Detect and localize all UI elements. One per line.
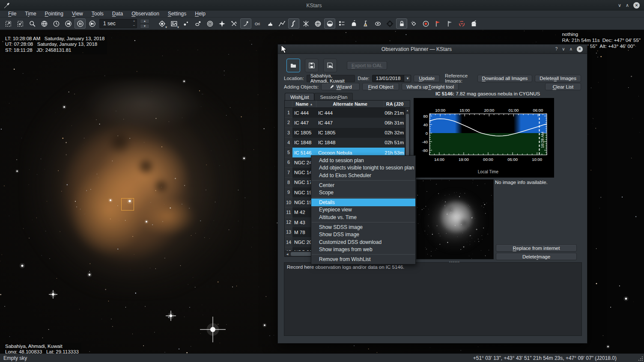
constellation-boundaries-icon[interactable] bbox=[288, 18, 299, 29]
observing-list-icon[interactable] bbox=[336, 18, 347, 29]
light-pollution-icon[interactable] bbox=[360, 18, 371, 29]
cell-alt[interactable]: IC 1848 bbox=[316, 138, 384, 148]
menu-observation[interactable]: Observation bbox=[128, 11, 163, 17]
cell-name[interactable]: IC 1805 bbox=[292, 128, 316, 138]
shade-icon[interactable]: ∨ bbox=[562, 47, 565, 51]
help-icon[interactable]: ? bbox=[555, 47, 558, 51]
maximize-icon[interactable]: ∧ bbox=[569, 47, 572, 51]
stars-icon[interactable] bbox=[180, 18, 191, 29]
close-icon[interactable]: × bbox=[633, 2, 640, 9]
cell-num[interactable]: 1 bbox=[285, 108, 292, 118]
table-row[interactable]: 4IC 1848IC 184802h 51m bbox=[285, 138, 410, 148]
dialog-titlebar[interactable]: Observation Planner — KStars ? ∨ ∧ × bbox=[278, 45, 587, 54]
constellation-art-icon[interactable] bbox=[264, 18, 275, 29]
resize-grip[interactable] bbox=[638, 356, 643, 361]
context-item-remove-from-wishlist[interactable]: Remove from WishList bbox=[311, 255, 415, 263]
cell-num[interactable]: 3 bbox=[285, 128, 292, 138]
find-object-button[interactable]: Find Object bbox=[362, 83, 399, 90]
cell-name[interactable]: IC 444 bbox=[292, 108, 316, 118]
cell-ra[interactable]: 02h 51m bbox=[384, 138, 405, 148]
galaxies-icon[interactable] bbox=[372, 18, 383, 29]
menu-time[interactable]: Time bbox=[21, 11, 40, 17]
context-item-scope[interactable]: Scope bbox=[311, 189, 415, 196]
download-all-images-button[interactable]: Download all Images bbox=[477, 75, 533, 82]
cell-alt[interactable]: IC 447 bbox=[316, 118, 384, 128]
context-item-center[interactable]: Center bbox=[311, 181, 415, 189]
time-step-spinbox[interactable]: 1 sec +− bbox=[99, 19, 137, 28]
pause-icon[interactable] bbox=[75, 18, 86, 29]
clear-list-button[interactable]: Clear List bbox=[545, 83, 581, 90]
cell-num[interactable]: 9 bbox=[285, 187, 292, 197]
table-row[interactable]: 2IC 447IC 44706h 31m bbox=[285, 118, 410, 128]
context-item-details[interactable]: Details bbox=[311, 199, 415, 206]
table-header[interactable]: Name ▲ Alternate Name RA (J20 bbox=[285, 101, 410, 108]
time-step-spin-buttons[interactable]: +− bbox=[131, 19, 137, 28]
set-time-icon[interactable] bbox=[51, 18, 62, 29]
menu-help[interactable]: Help bbox=[191, 11, 209, 17]
close-icon[interactable]: × bbox=[577, 46, 583, 52]
whats-up-tonight-button[interactable]: What's up Tonight tool bbox=[402, 83, 459, 90]
minimize-icon[interactable]: ∨ bbox=[618, 3, 621, 8]
context-item-add-to-session-plan[interactable]: Add to session plan bbox=[311, 157, 415, 164]
cell-name[interactable]: IC 447 bbox=[292, 118, 316, 128]
cell-name[interactable]: IC 1848 bbox=[292, 138, 316, 148]
cell-ra[interactable]: 06h 21m bbox=[384, 108, 405, 118]
cell-num[interactable]: 4 bbox=[285, 138, 292, 148]
bright-star-icon[interactable] bbox=[216, 18, 227, 29]
speed-up-button[interactable]: ▲ bbox=[140, 19, 149, 24]
context-item-add-objects-visible-tonight-to-session-plan[interactable]: Add objects visible tonight to session p… bbox=[311, 164, 415, 172]
do-not-disturb-icon[interactable] bbox=[456, 18, 467, 29]
wizard-button[interactable]: Wizard bbox=[321, 83, 360, 90]
delete-all-images-button[interactable]: Delete all Images bbox=[535, 75, 581, 82]
date-picker[interactable]: 13/01/2018 ▼ bbox=[372, 75, 411, 82]
location-value-button[interactable]: Sabahiya, Ahmadi, Kuwait bbox=[307, 75, 355, 82]
dome-icon[interactable] bbox=[348, 18, 359, 29]
crosshair-icon[interactable] bbox=[384, 18, 395, 29]
menu-tools[interactable]: Tools bbox=[88, 11, 107, 17]
chevron-down-icon[interactable]: ▼ bbox=[404, 75, 411, 82]
geo-location-icon[interactable] bbox=[39, 18, 50, 29]
step-forward-icon[interactable] bbox=[86, 18, 98, 29]
step-backward-icon[interactable] bbox=[63, 18, 74, 29]
snap-icon[interactable] bbox=[408, 18, 419, 29]
equatorial-grid-icon[interactable] bbox=[312, 18, 323, 29]
labels-icon[interactable]: Ori bbox=[252, 18, 263, 29]
constellation-lines-icon[interactable] bbox=[276, 18, 287, 29]
comets-icon[interactable] bbox=[228, 18, 239, 29]
cell-num[interactable]: 6 bbox=[285, 157, 292, 167]
cell-ra[interactable]: 06h 31m bbox=[384, 118, 405, 128]
menu-pointing[interactable]: Pointing bbox=[41, 11, 67, 17]
save-list-as-button[interactable] bbox=[323, 59, 337, 72]
tab-session-plan[interactable]: Session Plan bbox=[314, 93, 353, 101]
replace-from-internet-button[interactable]: Replace from internet bbox=[496, 244, 577, 252]
sky-image-icon[interactable]: ▾ bbox=[168, 18, 179, 29]
menu-file[interactable]: File bbox=[4, 11, 20, 17]
cell-alt[interactable]: IC 1805 bbox=[316, 128, 384, 138]
milky-way-icon[interactable] bbox=[300, 18, 311, 29]
context-item-show-images-from-web[interactable]: Show images from web bbox=[311, 246, 415, 254]
cell-num[interactable]: 11 bbox=[285, 208, 292, 217]
record-icon[interactable] bbox=[420, 18, 431, 29]
cell-num[interactable]: 13 bbox=[285, 227, 292, 237]
cell-num[interactable]: 14 bbox=[285, 237, 292, 247]
solar-system-icon[interactable] bbox=[192, 18, 203, 29]
cell-num[interactable]: 12 bbox=[285, 217, 292, 227]
cell-num[interactable]: 7 bbox=[285, 168, 292, 178]
observation-notes-textarea[interactable]: Record here observation logs and/or data… bbox=[284, 262, 582, 336]
cell-num[interactable]: 8 bbox=[285, 178, 292, 187]
context-item-customized-dss-download[interactable]: Customized DSS download bbox=[311, 238, 415, 246]
context-item-altitude-vs-time[interactable]: Altitude vs. Time bbox=[311, 214, 415, 221]
context-item-eyepiece-view[interactable]: Eyepiece view bbox=[311, 206, 415, 214]
zoom-out-view-icon[interactable] bbox=[15, 18, 26, 29]
object-thumbnail-image[interactable] bbox=[416, 179, 494, 259]
lock-icon[interactable] bbox=[396, 18, 407, 29]
menu-data[interactable]: Data bbox=[108, 11, 127, 17]
find-object-icon[interactable] bbox=[27, 18, 38, 29]
delete-image-button[interactable]: Delete Image bbox=[496, 253, 577, 260]
cell-num[interactable]: 10 bbox=[285, 197, 292, 207]
pointing-target-icon[interactable]: ▾ bbox=[156, 18, 167, 29]
flag-gray-icon[interactable] bbox=[444, 18, 455, 29]
window-titlebar[interactable]: KStars ∨ ∧ × bbox=[0, 0, 644, 11]
context-item-show-dss-image[interactable]: Show DSS image bbox=[311, 231, 415, 238]
cell-alt[interactable]: IC 444 bbox=[316, 108, 384, 118]
